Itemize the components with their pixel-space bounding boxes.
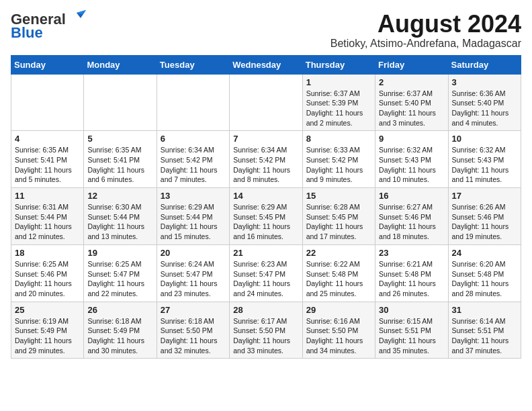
cell-day-number: 21 — [233, 248, 298, 258]
weekday-header: Friday — [375, 55, 448, 74]
cell-day-number: 7 — [233, 134, 298, 144]
calendar-cell — [84, 74, 157, 131]
calendar-cell — [11, 74, 84, 131]
cell-day-number: 17 — [452, 191, 517, 201]
cell-info: Sunrise: 6:37 AMSunset: 5:39 PMDaylight:… — [306, 89, 371, 128]
calendar-week-row: 1Sunrise: 6:37 AMSunset: 5:39 PMDaylight… — [11, 74, 521, 131]
cell-day-number: 15 — [306, 191, 371, 201]
cell-day-number: 9 — [379, 134, 444, 144]
cell-info: Sunrise: 6:35 AMSunset: 5:41 PMDaylight:… — [15, 145, 80, 185]
cell-info: Sunrise: 6:34 AMSunset: 5:42 PMDaylight:… — [161, 145, 226, 185]
cell-day-number: 31 — [452, 305, 517, 315]
cell-day-number: 25 — [15, 305, 80, 315]
page-header: General Blue August 2024 Betioky, Atsimo… — [11, 11, 521, 50]
title-block: August 2024 Betioky, Atsimo-Andrefana, M… — [330, 11, 521, 50]
cell-day-number: 27 — [161, 305, 226, 315]
calendar-week-row: 18Sunrise: 6:25 AMSunset: 5:46 PMDayligh… — [11, 244, 521, 302]
calendar-cell: 19Sunrise: 6:25 AMSunset: 5:47 PMDayligh… — [84, 244, 157, 302]
cell-info: Sunrise: 6:25 AMSunset: 5:47 PMDaylight:… — [87, 259, 152, 299]
weekday-header: Sunday — [11, 55, 84, 74]
weekday-header: Monday — [84, 55, 157, 74]
cell-info: Sunrise: 6:16 AMSunset: 5:50 PMDaylight:… — [306, 316, 371, 356]
cell-day-number: 12 — [87, 191, 152, 201]
calendar-cell: 4Sunrise: 6:35 AMSunset: 5:41 PMDaylight… — [11, 131, 84, 188]
calendar-cell: 9Sunrise: 6:32 AMSunset: 5:43 PMDaylight… — [375, 131, 448, 188]
calendar-cell: 7Sunrise: 6:34 AMSunset: 5:42 PMDaylight… — [230, 131, 302, 188]
cell-info: Sunrise: 6:21 AMSunset: 5:48 PMDaylight:… — [379, 259, 444, 299]
calendar-cell: 26Sunrise: 6:18 AMSunset: 5:49 PMDayligh… — [84, 302, 157, 359]
calendar-week-row: 11Sunrise: 6:31 AMSunset: 5:44 PMDayligh… — [11, 188, 521, 245]
cell-info: Sunrise: 6:25 AMSunset: 5:46 PMDaylight:… — [15, 259, 80, 299]
cell-info: Sunrise: 6:20 AMSunset: 5:48 PMDaylight:… — [452, 259, 517, 299]
cell-day-number: 30 — [379, 305, 444, 315]
cell-info: Sunrise: 6:29 AMSunset: 5:44 PMDaylight:… — [161, 202, 226, 242]
calendar-cell — [230, 74, 302, 131]
calendar-cell: 11Sunrise: 6:31 AMSunset: 5:44 PMDayligh… — [11, 188, 84, 245]
calendar-cell: 21Sunrise: 6:23 AMSunset: 5:47 PMDayligh… — [230, 244, 302, 302]
cell-day-number: 4 — [15, 134, 80, 144]
cell-info: Sunrise: 6:31 AMSunset: 5:44 PMDaylight:… — [15, 202, 80, 242]
cell-day-number: 5 — [87, 134, 152, 144]
cell-info: Sunrise: 6:33 AMSunset: 5:42 PMDaylight:… — [306, 145, 371, 185]
calendar-cell: 30Sunrise: 6:15 AMSunset: 5:51 PMDayligh… — [375, 302, 448, 359]
cell-day-number: 24 — [452, 248, 517, 258]
calendar-cell: 24Sunrise: 6:20 AMSunset: 5:48 PMDayligh… — [448, 244, 521, 302]
calendar-cell: 6Sunrise: 6:34 AMSunset: 5:42 PMDaylight… — [157, 131, 229, 188]
calendar-cell: 20Sunrise: 6:24 AMSunset: 5:47 PMDayligh… — [157, 244, 229, 302]
calendar-cell: 31Sunrise: 6:14 AMSunset: 5:51 PMDayligh… — [448, 302, 521, 359]
cell-day-number: 19 — [87, 248, 152, 258]
calendar-cell: 12Sunrise: 6:30 AMSunset: 5:44 PMDayligh… — [84, 188, 157, 245]
logo: General Blue — [11, 11, 86, 42]
cell-info: Sunrise: 6:14 AMSunset: 5:51 PMDaylight:… — [452, 316, 517, 356]
cell-day-number: 11 — [15, 191, 80, 201]
calendar-cell: 2Sunrise: 6:37 AMSunset: 5:40 PMDaylight… — [375, 74, 448, 131]
cell-info: Sunrise: 6:37 AMSunset: 5:40 PMDaylight:… — [379, 89, 444, 128]
cell-day-number: 1 — [306, 77, 371, 87]
cell-info: Sunrise: 6:32 AMSunset: 5:43 PMDaylight:… — [379, 145, 444, 185]
cell-day-number: 22 — [306, 248, 371, 258]
cell-info: Sunrise: 6:35 AMSunset: 5:41 PMDaylight:… — [87, 145, 152, 185]
cell-info: Sunrise: 6:30 AMSunset: 5:44 PMDaylight:… — [87, 202, 152, 242]
page-subtitle: Betioky, Atsimo-Andrefana, Madagascar — [330, 38, 521, 50]
weekday-header: Wednesday — [230, 55, 302, 74]
cell-day-number: 10 — [452, 134, 517, 144]
weekday-header: Tuesday — [157, 55, 229, 74]
cell-info: Sunrise: 6:24 AMSunset: 5:47 PMDaylight:… — [161, 259, 226, 299]
cell-day-number: 14 — [233, 191, 298, 201]
cell-day-number: 20 — [161, 248, 226, 258]
calendar-cell: 25Sunrise: 6:19 AMSunset: 5:49 PMDayligh… — [11, 302, 84, 359]
calendar-cell: 28Sunrise: 6:17 AMSunset: 5:50 PMDayligh… — [230, 302, 302, 359]
cell-info: Sunrise: 6:28 AMSunset: 5:45 PMDaylight:… — [306, 202, 371, 242]
cell-info: Sunrise: 6:32 AMSunset: 5:43 PMDaylight:… — [452, 145, 517, 185]
cell-day-number: 26 — [87, 305, 152, 315]
cell-info: Sunrise: 6:36 AMSunset: 5:40 PMDaylight:… — [452, 89, 517, 128]
cell-info: Sunrise: 6:15 AMSunset: 5:51 PMDaylight:… — [379, 316, 444, 356]
calendar-cell: 18Sunrise: 6:25 AMSunset: 5:46 PMDayligh… — [11, 244, 84, 302]
cell-day-number: 6 — [161, 134, 226, 144]
cell-info: Sunrise: 6:26 AMSunset: 5:46 PMDaylight:… — [452, 202, 517, 242]
cell-info: Sunrise: 6:23 AMSunset: 5:47 PMDaylight:… — [233, 259, 298, 299]
page-title: August 2024 — [330, 11, 521, 38]
cell-day-number: 23 — [379, 248, 444, 258]
cell-info: Sunrise: 6:34 AMSunset: 5:42 PMDaylight:… — [233, 145, 298, 185]
calendar-cell: 27Sunrise: 6:18 AMSunset: 5:50 PMDayligh… — [157, 302, 229, 359]
calendar-week-row: 25Sunrise: 6:19 AMSunset: 5:49 PMDayligh… — [11, 302, 521, 359]
cell-day-number: 29 — [306, 305, 371, 315]
calendar-cell: 16Sunrise: 6:27 AMSunset: 5:46 PMDayligh… — [375, 188, 448, 245]
cell-day-number: 2 — [379, 77, 444, 87]
calendar-cell — [157, 74, 229, 131]
calendar-cell: 13Sunrise: 6:29 AMSunset: 5:44 PMDayligh… — [157, 188, 229, 245]
cell-day-number: 18 — [15, 248, 80, 258]
calendar-cell: 17Sunrise: 6:26 AMSunset: 5:46 PMDayligh… — [448, 188, 521, 245]
calendar-cell: 15Sunrise: 6:28 AMSunset: 5:45 PMDayligh… — [302, 188, 375, 245]
weekday-header: Saturday — [448, 55, 521, 74]
weekday-header: Thursday — [302, 55, 375, 74]
cell-info: Sunrise: 6:17 AMSunset: 5:50 PMDaylight:… — [233, 316, 298, 356]
cell-day-number: 8 — [306, 134, 371, 144]
logo-blue-text: Blue — [11, 24, 43, 42]
calendar-cell: 8Sunrise: 6:33 AMSunset: 5:42 PMDaylight… — [302, 131, 375, 188]
calendar-cell: 1Sunrise: 6:37 AMSunset: 5:39 PMDaylight… — [302, 74, 375, 131]
cell-day-number: 28 — [233, 305, 298, 315]
calendar-cell: 5Sunrise: 6:35 AMSunset: 5:41 PMDaylight… — [84, 131, 157, 188]
cell-info: Sunrise: 6:27 AMSunset: 5:46 PMDaylight:… — [379, 202, 444, 242]
